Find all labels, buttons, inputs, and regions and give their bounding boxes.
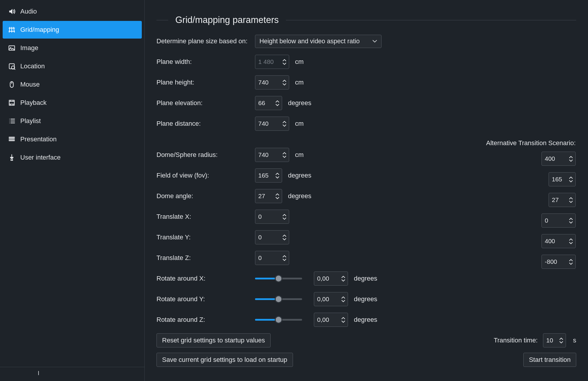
unit: cm: [295, 120, 304, 127]
spinner-plane-height[interactable]: 740: [255, 75, 289, 90]
label-transition-time: Transition time:: [494, 337, 538, 344]
spinner-dome-angle[interactable]: 27: [255, 189, 282, 203]
spinner-buttons[interactable]: [339, 292, 348, 306]
spinner-rotate-y[interactable]: 0,00: [314, 292, 348, 306]
unit: s: [573, 337, 576, 344]
label-rotate-y: Rotate around Y:: [156, 295, 255, 303]
unit: degrees: [288, 192, 312, 200]
spinner-buttons[interactable]: [280, 148, 289, 162]
sidebar-item-grid-mapping[interactable]: Grid/mapping: [3, 21, 142, 39]
spinner-transition-time[interactable]: 10: [543, 333, 566, 347]
main-panel: Grid/mapping parameters Determine plane …: [145, 0, 588, 381]
spinner-rotate-z[interactable]: 0,00: [314, 313, 348, 327]
spinner-buttons[interactable]: [557, 334, 566, 347]
sidebar-bottom-divider: [0, 367, 144, 381]
spinner-alt-dome-radius[interactable]: 400: [542, 152, 576, 166]
spinner-buttons: [280, 55, 289, 69]
sidebar-item-label: Grid/mapping: [20, 26, 59, 34]
location-icon: [7, 62, 16, 71]
unit: cm: [295, 151, 304, 159]
slider-rotate-z[interactable]: [255, 319, 302, 321]
spinner-fov[interactable]: 165: [255, 168, 282, 183]
svg-rect-5: [9, 100, 14, 105]
svg-point-8: [9, 122, 10, 123]
sidebar-item-label: Playlist: [20, 117, 41, 125]
slider-rotate-y[interactable]: [255, 298, 302, 300]
svg-point-7: [9, 121, 10, 121]
unit: cm: [295, 79, 304, 86]
label-translate-x: Translate X:: [156, 213, 255, 221]
spinner-buttons[interactable]: [280, 231, 289, 244]
label-plane-height: Plane height:: [156, 79, 255, 86]
label-translate-y: Translate Y:: [156, 233, 255, 241]
sidebar-item-location[interactable]: Location: [3, 57, 142, 75]
unit: degrees: [354, 275, 377, 282]
label-plane-width: Plane width:: [156, 58, 255, 66]
sidebar-item-label: Audio: [20, 8, 37, 15]
spinner-plane-distance[interactable]: 740: [255, 117, 289, 131]
spinner-buttons[interactable]: [273, 189, 282, 203]
label-plane-elevation: Plane elevation:: [156, 99, 255, 107]
sidebar-item-image[interactable]: Image: [3, 39, 142, 57]
spinner-buttons[interactable]: [339, 272, 348, 285]
spinner-plane-width: 1 480: [255, 55, 289, 69]
sidebar-item-playlist[interactable]: Playlist: [3, 112, 142, 130]
spinner-buttons[interactable]: [280, 117, 289, 130]
film-icon: [7, 98, 16, 107]
label-alt-scenario: Alternative Transition Scenario:: [486, 139, 576, 147]
spinner-buttons[interactable]: [280, 210, 289, 223]
label-plane-distance: Plane distance:: [156, 120, 255, 127]
label-rotate-z: Rotate around Z:: [156, 316, 255, 324]
spinner-buttons[interactable]: [273, 96, 282, 110]
spinner-plane-elevation[interactable]: 66: [255, 96, 282, 110]
spinner-alt-fov[interactable]: 165: [549, 172, 576, 186]
combo-plane-size-basis[interactable]: Height below and video aspect ratio: [255, 35, 382, 48]
unit: degrees: [288, 172, 312, 179]
sidebar-item-label: Playback: [20, 99, 46, 107]
mouse-icon: [7, 80, 16, 89]
paintbrush-icon: [7, 153, 16, 162]
spinner-buttons[interactable]: [280, 76, 289, 89]
playlist-icon: [7, 117, 16, 125]
start-transition-button[interactable]: Start transition: [523, 353, 576, 367]
presentation-icon: [7, 135, 16, 144]
save-button[interactable]: Save current grid settings to load on st…: [156, 353, 293, 367]
spinner-alt-translate-y[interactable]: 400: [542, 234, 576, 248]
speaker-icon: [7, 7, 16, 16]
slider-rotate-x[interactable]: [255, 278, 302, 279]
reset-button[interactable]: Reset grid settings to startup values: [156, 333, 271, 347]
spinner-translate-z[interactable]: 0: [255, 251, 289, 265]
unit: degrees: [288, 99, 312, 107]
sidebar-item-label: Presentation: [20, 135, 57, 143]
label-dome-radius: Dome/Sphere radius:: [156, 151, 255, 159]
sidebar-item-label: Location: [20, 62, 45, 70]
sidebar: Audio Grid/mapping Image Location Mouse …: [0, 0, 145, 381]
unit: degrees: [354, 295, 377, 303]
spinner-translate-x[interactable]: 0: [255, 210, 289, 224]
label-plane-size-basis: Determine plane size based on:: [156, 37, 255, 45]
sidebar-item-audio[interactable]: Audio: [3, 3, 142, 20]
spinner-alt-translate-z[interactable]: -800: [542, 255, 576, 269]
spinner-dome-radius[interactable]: 740: [255, 148, 289, 162]
spinner-buttons[interactable]: [567, 193, 575, 207]
spinner-buttons[interactable]: [339, 313, 348, 327]
spinner-buttons[interactable]: [280, 251, 289, 265]
spinner-buttons[interactable]: [567, 214, 575, 227]
spinner-alt-translate-x[interactable]: 0: [542, 213, 576, 228]
sidebar-item-user-interface[interactable]: User interface: [3, 149, 142, 166]
spinner-buttons[interactable]: [567, 173, 575, 186]
svg-point-6: [9, 119, 10, 119]
spinner-buttons[interactable]: [273, 169, 282, 182]
spinner-rotate-x[interactable]: 0,00: [314, 271, 348, 286]
sidebar-item-mouse[interactable]: Mouse: [3, 76, 142, 93]
spinner-buttons[interactable]: [567, 234, 575, 248]
unit: degrees: [354, 316, 377, 324]
sidebar-item-presentation[interactable]: Presentation: [3, 130, 142, 148]
image-icon: [7, 44, 16, 52]
sidebar-item-playback[interactable]: Playback: [3, 94, 142, 112]
label-dome-angle: Dome angle:: [156, 192, 255, 200]
spinner-translate-y[interactable]: 0: [255, 230, 289, 244]
spinner-alt-dome-angle[interactable]: 27: [549, 193, 576, 207]
spinner-buttons[interactable]: [567, 255, 575, 269]
spinner-buttons[interactable]: [567, 152, 575, 165]
